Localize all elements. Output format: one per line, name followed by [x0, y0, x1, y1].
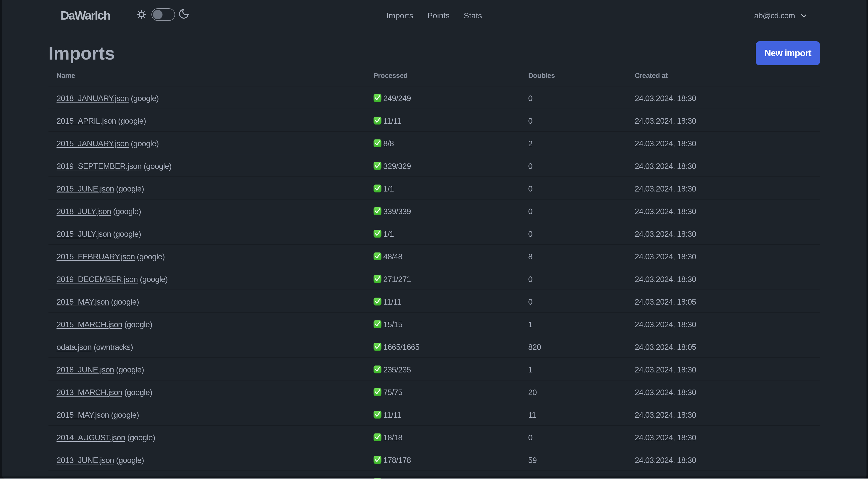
column-header-processed: Processed — [366, 65, 520, 86]
name-cell: 2015_APRIL.json (google) — [49, 109, 366, 131]
check-mark-emoji — [373, 388, 381, 396]
doubles-cell: 0 — [520, 109, 627, 131]
processed-count: 11/11 — [383, 116, 401, 125]
doubles-cell: 0 — [520, 290, 627, 312]
name-cell: 2013_MARCH.json (google) — [49, 380, 366, 403]
page-title: Imports — [49, 43, 115, 64]
processed-count: 18/18 — [383, 433, 402, 442]
created-at-cell: 24.03.2024, 18:30 — [627, 154, 820, 177]
processed-cell: 48/48 — [366, 244, 520, 267]
table-row: 2013_MARCH.json (google) 75/75 20 24.03.… — [49, 380, 820, 403]
created-at-cell: 24.03.2024, 18:30 — [627, 177, 820, 199]
table-row: 2015_JULY.json (google) 1/1 0 24.03.2024… — [49, 222, 820, 244]
check-mark-emoji — [373, 320, 381, 328]
created-at-cell: 24.03.2024, 18:30 — [627, 403, 820, 425]
table-row: 2019_DECEMBER.json (google) 271/271 0 24… — [49, 267, 820, 290]
navbar: DaWarIch Imports Points Stats ab@cd — [2, 0, 867, 32]
import-file-link[interactable]: 2015_JULY.json — [57, 230, 111, 239]
name-cell: 2015_JANUARY.json (google) — [49, 131, 366, 154]
import-source: (google) — [114, 184, 144, 193]
import-file-link[interactable]: 2018_JULY.json — [57, 207, 111, 216]
import-source: (google) — [142, 161, 172, 171]
name-cell: 2015_MAY.json (google) — [49, 290, 366, 312]
processed-count: 339/339 — [383, 207, 411, 216]
processed-cell: 11/11 — [366, 109, 520, 131]
import-file-link[interactable]: odata.json — [57, 342, 92, 352]
table-row: 2015_MAY.json (google) 11/11 0 24.03.202… — [49, 290, 820, 312]
app-logo[interactable]: DaWarIch — [61, 8, 110, 22]
import-source: (google) — [111, 230, 141, 239]
import-source: (google) — [114, 456, 144, 465]
processed-count: 8/8 — [383, 139, 394, 148]
processed-count: 1/1 — [383, 230, 394, 239]
import-source: (google) — [109, 410, 139, 419]
import-source: (google) — [116, 116, 146, 125]
theme-toggle-group — [136, 8, 190, 21]
check-mark-emoji — [373, 252, 381, 260]
import-source: (google) — [125, 433, 155, 442]
check-mark-emoji — [373, 139, 381, 147]
processed-count: 271/271 — [383, 275, 411, 284]
created-at-cell: 24.03.2024, 18:30 — [627, 244, 820, 267]
import-file-link[interactable]: 2015_APRIL.json — [57, 116, 116, 125]
doubles-cell: 1 — [520, 358, 627, 380]
processed-cell: 15/15 — [366, 312, 520, 335]
import-source: (google) — [135, 252, 165, 261]
nav-link-stats[interactable]: Stats — [464, 11, 482, 20]
import-file-link[interactable]: 2015_JANUARY.json — [57, 139, 129, 148]
import-file-link[interactable]: 2014_AUGUST.json — [57, 433, 125, 442]
user-menu[interactable]: ab@cd.com — [754, 11, 807, 20]
nav-link-imports[interactable]: Imports — [386, 11, 413, 20]
created-at-cell: 24.03.2024, 18:30 — [627, 380, 820, 403]
table-header-row: Name Processed Doubles Created at — [49, 65, 820, 86]
table-row: 2018_JANUARY.json (google) 249/249 0 24.… — [49, 86, 820, 109]
processed-count: 235/235 — [383, 365, 411, 374]
table-row: 2015_MAY.json (google) 11/11 11 24.03.20… — [49, 403, 820, 425]
table-row: 2019_SEPTEMBER.json (google) 329/329 0 2… — [49, 154, 820, 177]
doubles-cell: 11 — [520, 403, 627, 425]
check-mark-emoji — [373, 456, 381, 464]
import-file-link[interactable]: 2015_JUNE.json — [57, 184, 114, 193]
import-file-link[interactable]: 2019_SEPTEMBER.json — [57, 161, 142, 171]
import-file-link[interactable]: 2018_JUNE.json — [57, 365, 114, 374]
chevron-down-icon — [800, 12, 807, 19]
import-file-link[interactable]: 2015_FEBRUARY.json — [57, 252, 135, 261]
imports-table: Name Processed Doubles Created at 2018_J… — [49, 65, 820, 479]
doubles-cell: 1 — [520, 312, 627, 335]
processed-count: 249/249 — [383, 94, 411, 103]
created-at-cell: 24.03.2024, 18:30 — [627, 267, 820, 290]
main-nav: Imports Points Stats — [386, 11, 482, 20]
import-file-link[interactable]: 2015_MARCH.json — [57, 320, 122, 329]
nav-link-points[interactable]: Points — [427, 11, 450, 20]
check-mark-emoji — [373, 433, 381, 441]
theme-toggle[interactable] — [151, 8, 175, 21]
created-at-cell: 24.03.2024, 18:30 — [627, 358, 820, 380]
processed-cell: 329/329 — [366, 154, 520, 177]
new-import-button[interactable]: New import — [756, 41, 820, 65]
user-email: ab@cd.com — [754, 11, 795, 20]
name-cell: 2018_JUNE.json (google) — [49, 358, 366, 380]
processed-count: 1/1 — [383, 184, 394, 193]
processed-cell: 1/1 — [366, 222, 520, 244]
import-file-link[interactable]: 2019_DECEMBER.json — [57, 275, 138, 284]
doubles-cell: 0 — [520, 222, 627, 244]
main-content: Imports New import Name Processed Double… — [49, 41, 820, 479]
import-file-link[interactable]: 2013_MARCH.json — [57, 388, 122, 397]
name-cell: 2019_SEPTEMBER.json (google) — [49, 154, 366, 177]
import-file-link[interactable]: 2015_MAY.json — [57, 297, 109, 306]
import-file-link[interactable]: 2015_MAY.json — [57, 410, 109, 419]
import-source: (owntracks) — [92, 342, 133, 352]
processed-count: 48/48 — [383, 252, 402, 261]
check-mark-emoji — [373, 275, 381, 283]
check-mark-emoji — [373, 298, 381, 306]
doubles-cell: 0 — [520, 425, 627, 448]
doubles-cell: 59 — [520, 448, 627, 471]
name-cell: 2015_JULY.json (google) — [49, 222, 366, 244]
doubles-cell: 0 — [520, 86, 627, 109]
table-row: 2013_JUNE.json (google) 178/178 59 24.03… — [49, 448, 820, 471]
processed-cell: 178/178 — [366, 448, 520, 471]
doubles-cell: 820 — [520, 335, 627, 358]
import-source: (google) — [122, 388, 152, 397]
import-file-link[interactable]: 2018_JANUARY.json — [57, 94, 129, 103]
import-file-link[interactable]: 2013_JUNE.json — [57, 456, 114, 465]
